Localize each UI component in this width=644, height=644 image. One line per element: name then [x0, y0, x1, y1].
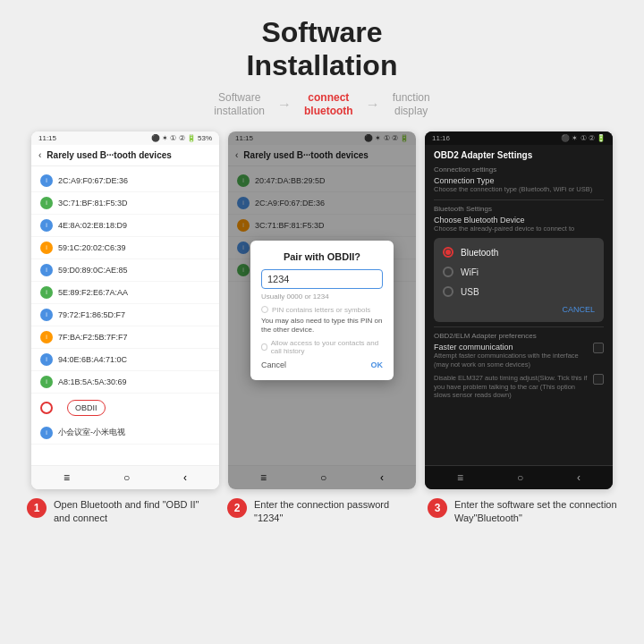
device-dot: i: [40, 376, 53, 388]
home-icon[interactable]: ○: [123, 471, 130, 484]
device-dot: i: [40, 331, 53, 343]
status-bar-3: 11:16 ⚫ ✶ ① ② 🔋: [425, 131, 613, 145]
pair-hint: Usually 0000 or 1234: [261, 292, 383, 301]
phone-screen-1: 11:15 ⚫ ✶ ① ② 🔋 53% ‹ Rarely used B···to…: [31, 131, 219, 489]
conn-type-label: Connection Type: [434, 176, 604, 185]
pair-option-1: PIN contains letters or symbols: [261, 306, 383, 314]
menu-icon[interactable]: ≡: [64, 471, 70, 484]
device-dot: i: [40, 174, 53, 187]
s3-section2: Bluetooth Settings: [434, 205, 604, 213]
obdii-item[interactable]: OBDII: [31, 394, 219, 422]
pref-item-1: Faster communication Attempt faster comm…: [434, 343, 604, 369]
pref1-sub: Attempt faster communications with the i…: [434, 352, 593, 369]
list-item: i 94:0E:6B:A4:71:0C: [31, 349, 219, 371]
list-item: i 4E:8A:02:E8:18:D9: [31, 215, 219, 237]
separator2: [434, 326, 604, 327]
pref2-title: Disable ELM327 auto timing adjust(Slow. …: [434, 374, 593, 400]
list-item: i 59:D0:89:0C:AE:85: [31, 259, 219, 282]
title-line1: Software: [261, 16, 382, 48]
bt-device-item: Choose Bluetooth Device Choose the alrea…: [434, 216, 604, 233]
bt-option-usb[interactable]: USB: [434, 282, 604, 301]
nav-bar-3: ≡ ○ ‹: [425, 465, 613, 489]
pref2-checkbox[interactable]: [593, 374, 604, 385]
bt-cancel-button[interactable]: CANCEL: [434, 301, 604, 318]
back-icon[interactable]: ‹: [577, 471, 580, 484]
time-1: 11:15: [38, 134, 56, 142]
screenshots-row: 11:15 ⚫ ✶ ① ② 🔋 53% ‹ Rarely used B···to…: [18, 131, 626, 489]
arrow-icon-1: →: [277, 97, 292, 113]
main-title: Software Installation: [247, 16, 398, 82]
time-3: 11:16: [432, 134, 450, 142]
device-list-1: i 2C:A9:F0:67:DE:36 i 3C:71:BF:81:F5:3D …: [31, 166, 219, 448]
back-icon[interactable]: ‹: [183, 471, 187, 484]
bt-radio-usb[interactable]: [443, 286, 453, 297]
phone-screen-3: 11:16 ⚫ ✶ ① ② 🔋 OBD2 Adapter Settings Co…: [425, 131, 613, 489]
step-number-3: 3: [428, 498, 447, 518]
conn-type-sub: Choose the connection type (Bluetooth, W…: [434, 185, 604, 194]
screen3-content: OBD2 Adapter Settings Connection setting…: [425, 145, 613, 410]
pair-dialog-title: Pair with OBDII?: [261, 251, 383, 262]
device-dot: i: [40, 286, 53, 299]
screen1-title: Rarely used B···tooth devices: [47, 150, 172, 160]
page: Software Installation Softwareinstallati…: [0, 0, 644, 644]
step-number-2: 2: [227, 498, 247, 518]
device-dot: i: [40, 197, 53, 209]
bt-option-wifi[interactable]: WiFi: [434, 262, 604, 282]
instruction-text-2: Enter the connection password "1234": [254, 498, 417, 526]
s3-section3: OBD2/ELM Adapter preferences: [434, 332, 604, 340]
conn-type-item: Connection Type Choose the connection ty…: [434, 176, 604, 194]
list-item: i 5E:89:F2:E6:7A:AA: [31, 282, 219, 304]
device-dot: i: [40, 264, 53, 276]
bt-device-label: Choose Bluetooth Device: [434, 216, 604, 225]
instruction-2: 2 Enter the connection password "1234": [227, 498, 417, 526]
list-item: i 3C:71:BF:81:F5:3D: [31, 192, 219, 215]
instructions-row: 1 Open Bluetooth and find "OBD II" and c…: [18, 498, 626, 526]
instruction-text-1: Open Bluetooth and find "OBD II" and con…: [54, 498, 216, 526]
device-dot: i: [40, 309, 53, 321]
pair-dialog-overlay: Pair with OBDII? 1234 Usually 0000 or 12…: [228, 131, 416, 489]
bt-radio-wifi[interactable]: [443, 267, 453, 277]
bt-device-sub: Choose the already-paired device to conn…: [434, 225, 604, 233]
list-item: i 小会议室-小米电视: [31, 422, 219, 445]
instruction-3: 3 Enter the software set the connection …: [428, 498, 617, 526]
device-dot: i: [40, 353, 53, 366]
list-item: i A8:1B:5A:5A:30:69: [31, 371, 219, 394]
step-label-3: functiondisplay: [393, 91, 430, 119]
pref-item-2: Disable ELM327 auto timing adjust(Slow. …: [434, 374, 604, 400]
list-item: i 2C:A9:F0:67:DE:36: [31, 170, 219, 192]
screen1-header: ‹ Rarely used B···tooth devices: [31, 145, 219, 166]
pair-radio-1[interactable]: [261, 306, 268, 313]
phone-screen-2: 11:15 ⚫ ✶ ① ② 🔋 ‹ Rarely used B···tooth …: [228, 131, 416, 489]
pref1-title: Faster communication: [434, 343, 593, 352]
menu-icon[interactable]: ≡: [457, 471, 463, 484]
status-icons-3: ⚫ ✶ ① ② 🔋: [561, 134, 606, 142]
step-label-2: connectbluetooth: [304, 91, 353, 119]
device-dot-obdii: [40, 402, 53, 414]
bt-option-bluetooth[interactable]: Bluetooth: [434, 242, 604, 262]
device-dot: i: [40, 427, 53, 439]
device-dot: i: [40, 219, 53, 232]
bt-radio-bluetooth[interactable]: [443, 247, 453, 258]
s3-section1: Connection settings: [434, 165, 604, 174]
pair-input-field[interactable]: 1234: [261, 269, 383, 289]
pair-radio-2[interactable]: [261, 343, 267, 351]
obdii-label: OBDII: [67, 400, 106, 416]
pair-dialog: Pair with OBDII? 1234 Usually 0000 or 12…: [250, 241, 394, 380]
back-arrow-1[interactable]: ‹: [38, 150, 41, 160]
pref1-checkbox[interactable]: [593, 343, 604, 353]
pair-actions: Cancel OK: [261, 360, 383, 369]
nav-bar-1: ≡ ○ ‹: [31, 465, 219, 489]
pair-ok-button[interactable]: OK: [371, 360, 384, 369]
device-dot: i: [40, 242, 53, 254]
bt-option-list: Bluetooth WiFi USB CANCEL: [434, 238, 604, 322]
home-icon[interactable]: ○: [517, 471, 523, 484]
status-bar-1: 11:15 ⚫ ✶ ① ② 🔋 53%: [31, 131, 219, 145]
separator: [434, 199, 604, 200]
steps-bar: Softwareinstallation → connectbluetooth …: [214, 91, 429, 119]
list-item: i 59:1C:20:02:C6:39: [31, 237, 219, 259]
list-item: i 7F:BA:F2:5B:7F:F7: [31, 326, 219, 349]
pair-cancel-button[interactable]: Cancel: [261, 360, 286, 369]
instruction-1: 1 Open Bluetooth and find "OBD II" and c…: [27, 498, 216, 526]
step-number-1: 1: [27, 498, 47, 518]
status-icons-1: ⚫ ✶ ① ② 🔋 53%: [151, 134, 212, 142]
